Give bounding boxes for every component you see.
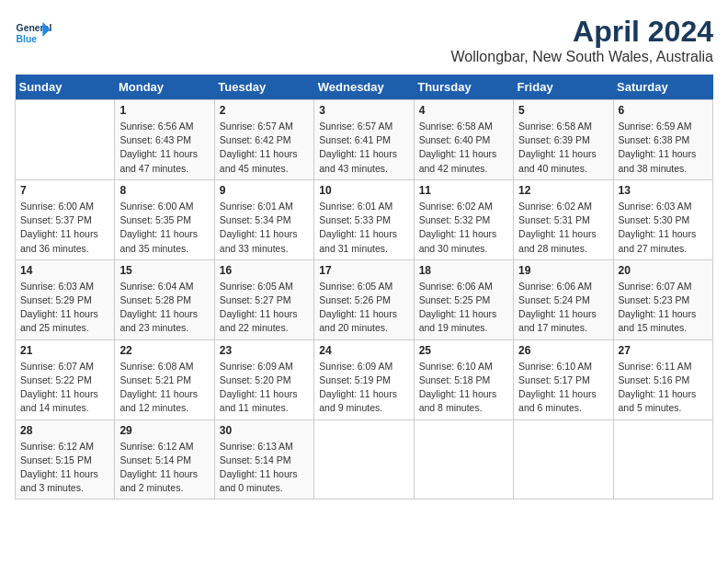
day-of-week-header: Saturday: [613, 75, 712, 100]
day-number: 24: [319, 344, 408, 357]
day-number: 26: [518, 344, 608, 357]
calendar-day-cell: 22Sunrise: 6:08 AM Sunset: 5:21 PM Dayli…: [115, 339, 214, 419]
calendar-day-cell: [414, 419, 513, 500]
location: Wollongbar, New South Wales, Australia: [451, 49, 713, 65]
day-info: Sunrise: 6:02 AM Sunset: 5:31 PM Dayligh…: [518, 200, 608, 256]
day-number: 25: [419, 344, 508, 357]
calendar-day-cell: 2Sunrise: 6:57 AM Sunset: 6:42 PM Daylig…: [214, 100, 313, 180]
day-info: Sunrise: 6:57 AM Sunset: 6:41 PM Dayligh…: [319, 120, 408, 176]
title-block: April 2024 Wollongbar, New South Wales, …: [451, 15, 713, 65]
day-info: Sunrise: 6:08 AM Sunset: 5:21 PM Dayligh…: [119, 360, 209, 416]
day-number: 21: [20, 344, 109, 357]
calendar-day-cell: 30Sunrise: 6:13 AM Sunset: 5:14 PM Dayli…: [214, 419, 313, 500]
day-number: 22: [119, 344, 209, 357]
day-info: Sunrise: 6:58 AM Sunset: 6:40 PM Dayligh…: [419, 120, 508, 176]
calendar-day-cell: 13Sunrise: 6:03 AM Sunset: 5:30 PM Dayli…: [613, 179, 712, 259]
day-number: 15: [119, 264, 209, 277]
calendar-day-cell: 15Sunrise: 6:04 AM Sunset: 5:28 PM Dayli…: [115, 259, 214, 339]
page-header: General Blue April 2024 Wollongbar, New …: [15, 15, 713, 65]
day-number: 7: [20, 184, 109, 197]
day-number: 13: [619, 184, 708, 197]
calendar-week-row: 7Sunrise: 6:00 AM Sunset: 5:37 PM Daylig…: [16, 179, 713, 259]
calendar-week-row: 1Sunrise: 6:56 AM Sunset: 6:43 PM Daylig…: [16, 100, 713, 180]
day-info: Sunrise: 6:00 AM Sunset: 5:37 PM Dayligh…: [20, 200, 109, 256]
day-number: 28: [20, 424, 109, 437]
calendar-day-cell: [514, 419, 613, 500]
day-info: Sunrise: 6:10 AM Sunset: 5:17 PM Dayligh…: [518, 360, 608, 416]
day-info: Sunrise: 6:01 AM Sunset: 5:33 PM Dayligh…: [319, 200, 408, 256]
calendar-day-cell: 17Sunrise: 6:05 AM Sunset: 5:26 PM Dayli…: [314, 259, 414, 339]
day-number: 12: [518, 184, 608, 197]
calendar-day-cell: [16, 100, 115, 180]
day-number: 9: [220, 184, 309, 197]
day-number: 4: [419, 104, 508, 117]
day-number: 18: [419, 264, 508, 277]
day-number: 29: [119, 424, 209, 437]
day-info: Sunrise: 6:57 AM Sunset: 6:42 PM Dayligh…: [220, 120, 309, 176]
calendar-day-cell: 20Sunrise: 6:07 AM Sunset: 5:23 PM Dayli…: [613, 259, 712, 339]
day-info: Sunrise: 6:09 AM Sunset: 5:20 PM Dayligh…: [220, 360, 309, 416]
calendar-day-cell: 4Sunrise: 6:58 AM Sunset: 6:40 PM Daylig…: [414, 100, 513, 180]
day-number: 19: [518, 264, 608, 277]
day-number: 23: [220, 344, 309, 357]
day-info: Sunrise: 6:12 AM Sunset: 5:14 PM Dayligh…: [119, 440, 209, 496]
day-number: 8: [119, 184, 209, 197]
day-number: 14: [20, 264, 109, 277]
day-of-week-header: Wednesday: [314, 75, 414, 100]
calendar-day-cell: [314, 419, 414, 500]
day-info: Sunrise: 6:56 AM Sunset: 6:43 PM Dayligh…: [119, 120, 209, 176]
svg-text:Blue: Blue: [17, 34, 38, 44]
day-number: 11: [419, 184, 508, 197]
calendar-day-cell: 18Sunrise: 6:06 AM Sunset: 5:25 PM Dayli…: [414, 259, 513, 339]
calendar-day-cell: 3Sunrise: 6:57 AM Sunset: 6:41 PM Daylig…: [314, 100, 414, 180]
calendar-day-cell: 11Sunrise: 6:02 AM Sunset: 5:32 PM Dayli…: [414, 179, 513, 259]
day-info: Sunrise: 6:03 AM Sunset: 5:29 PM Dayligh…: [20, 280, 109, 336]
calendar-day-cell: 24Sunrise: 6:09 AM Sunset: 5:19 PM Dayli…: [314, 339, 414, 419]
calendar-day-cell: 23Sunrise: 6:09 AM Sunset: 5:20 PM Dayli…: [214, 339, 313, 419]
calendar-day-cell: 27Sunrise: 6:11 AM Sunset: 5:16 PM Dayli…: [613, 339, 712, 419]
day-number: 17: [319, 264, 408, 277]
day-info: Sunrise: 6:07 AM Sunset: 5:23 PM Dayligh…: [619, 280, 708, 336]
calendar-day-cell: 10Sunrise: 6:01 AM Sunset: 5:33 PM Dayli…: [314, 179, 414, 259]
calendar-week-row: 14Sunrise: 6:03 AM Sunset: 5:29 PM Dayli…: [16, 259, 713, 339]
calendar-day-cell: 19Sunrise: 6:06 AM Sunset: 5:24 PM Dayli…: [514, 259, 613, 339]
day-number: 30: [220, 424, 309, 437]
calendar-day-cell: 7Sunrise: 6:00 AM Sunset: 5:37 PM Daylig…: [16, 179, 115, 259]
day-info: Sunrise: 6:58 AM Sunset: 6:39 PM Dayligh…: [518, 120, 608, 176]
day-of-week-header: Monday: [115, 75, 214, 100]
calendar-day-cell: 26Sunrise: 6:10 AM Sunset: 5:17 PM Dayli…: [514, 339, 613, 419]
day-info: Sunrise: 6:11 AM Sunset: 5:16 PM Dayligh…: [619, 360, 708, 416]
day-of-week-header: Sunday: [16, 75, 115, 100]
calendar-header-row: SundayMondayTuesdayWednesdayThursdayFrid…: [16, 75, 713, 100]
day-info: Sunrise: 6:12 AM Sunset: 5:15 PM Dayligh…: [20, 440, 109, 496]
calendar-day-cell: 1Sunrise: 6:56 AM Sunset: 6:43 PM Daylig…: [115, 100, 214, 180]
logo: General Blue: [15, 15, 57, 52]
day-info: Sunrise: 6:09 AM Sunset: 5:19 PM Dayligh…: [319, 360, 408, 416]
day-info: Sunrise: 6:07 AM Sunset: 5:22 PM Dayligh…: [20, 360, 109, 416]
day-number: 6: [619, 104, 708, 117]
day-info: Sunrise: 6:05 AM Sunset: 5:26 PM Dayligh…: [319, 280, 408, 336]
calendar-day-cell: 12Sunrise: 6:02 AM Sunset: 5:31 PM Dayli…: [514, 179, 613, 259]
calendar-day-cell: 14Sunrise: 6:03 AM Sunset: 5:29 PM Dayli…: [16, 259, 115, 339]
day-info: Sunrise: 6:05 AM Sunset: 5:27 PM Dayligh…: [220, 280, 309, 336]
day-info: Sunrise: 6:02 AM Sunset: 5:32 PM Dayligh…: [419, 200, 508, 256]
calendar-day-cell: 9Sunrise: 6:01 AM Sunset: 5:34 PM Daylig…: [214, 179, 313, 259]
month-year: April 2024: [451, 15, 713, 49]
day-number: 10: [319, 184, 408, 197]
day-number: 27: [619, 344, 708, 357]
calendar-table: SundayMondayTuesdayWednesdayThursdayFrid…: [15, 75, 713, 500]
day-number: 20: [619, 264, 708, 277]
day-info: Sunrise: 6:01 AM Sunset: 5:34 PM Dayligh…: [220, 200, 309, 256]
calendar-day-cell: [613, 419, 712, 500]
calendar-day-cell: 29Sunrise: 6:12 AM Sunset: 5:14 PM Dayli…: [115, 419, 214, 500]
day-info: Sunrise: 6:10 AM Sunset: 5:18 PM Dayligh…: [419, 360, 508, 416]
calendar-week-row: 21Sunrise: 6:07 AM Sunset: 5:22 PM Dayli…: [16, 339, 713, 419]
calendar-day-cell: 21Sunrise: 6:07 AM Sunset: 5:22 PM Dayli…: [16, 339, 115, 419]
day-info: Sunrise: 6:04 AM Sunset: 5:28 PM Dayligh…: [119, 280, 209, 336]
day-number: 5: [518, 104, 608, 117]
calendar-day-cell: 16Sunrise: 6:05 AM Sunset: 5:27 PM Dayli…: [214, 259, 313, 339]
calendar-day-cell: 25Sunrise: 6:10 AM Sunset: 5:18 PM Dayli…: [414, 339, 513, 419]
day-of-week-header: Thursday: [414, 75, 513, 100]
day-info: Sunrise: 6:03 AM Sunset: 5:30 PM Dayligh…: [619, 200, 708, 256]
calendar-day-cell: 28Sunrise: 6:12 AM Sunset: 5:15 PM Dayli…: [16, 419, 115, 500]
